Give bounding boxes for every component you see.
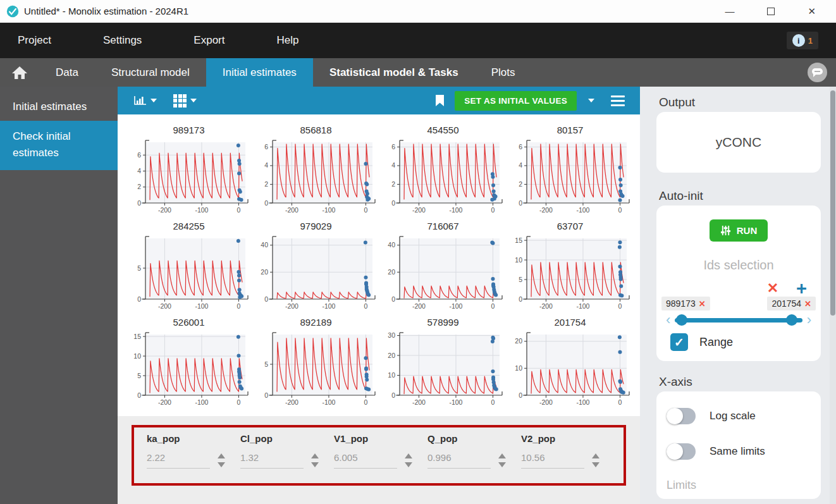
- svg-text:4: 4: [137, 167, 141, 175]
- notification-badge[interactable]: i 1: [787, 32, 818, 49]
- remove-id-icon[interactable]: ✕: [699, 299, 706, 309]
- subplot-id-label: 201754: [507, 316, 634, 331]
- param-ka_pop-increment-icon[interactable]: [218, 453, 225, 458]
- svg-text:0: 0: [618, 398, 622, 406]
- param-V1_pop-increment-icon[interactable]: [405, 453, 412, 458]
- subplot-989173[interactable]: 9891730246-200-1000: [125, 123, 252, 219]
- subplot-892189[interactable]: 89218905-200-1000: [252, 316, 379, 412]
- svg-text:0: 0: [237, 206, 241, 214]
- svg-text:0: 0: [519, 295, 522, 303]
- minimize-button[interactable]: —: [725, 6, 734, 16]
- maximize-button[interactable]: [767, 8, 775, 15]
- bar-chart-icon: [133, 95, 147, 106]
- home-tab[interactable]: [0, 58, 39, 87]
- param-V1_pop-input[interactable]: 6.005: [334, 452, 397, 469]
- menu-help[interactable]: Help: [277, 34, 299, 47]
- sidebar-item-initial-estimates[interactable]: Initial estimates: [0, 93, 118, 121]
- param-Cl_pop-decrement-icon[interactable]: [311, 462, 319, 467]
- slider-right-chevron[interactable]: ›: [805, 314, 813, 326]
- remove-id-icon[interactable]: ✕: [804, 299, 811, 309]
- subplot-716067[interactable]: 71606702040-200-1000: [379, 219, 507, 316]
- log-scale-toggle[interactable]: [667, 408, 696, 424]
- subplot-id-label: 63707: [507, 219, 634, 235]
- subplot-284255[interactable]: 28425505-200-1000: [125, 219, 252, 316]
- svg-text:-100: -100: [449, 398, 462, 406]
- svg-text:-200: -200: [158, 206, 171, 214]
- svg-text:-100: -100: [449, 302, 462, 310]
- svg-text:0: 0: [264, 391, 268, 399]
- same-limits-toggle[interactable]: [667, 443, 696, 460]
- svg-text:-200: -200: [412, 206, 426, 214]
- param-Q_pop-increment-icon[interactable]: [498, 453, 506, 458]
- param-Q_pop-decrement-icon[interactable]: [498, 462, 506, 467]
- param-name-label: ka_pop: [147, 433, 240, 444]
- menu-export[interactable]: Export: [194, 34, 224, 47]
- param-ka_pop-decrement-icon[interactable]: [218, 462, 225, 467]
- svg-text:0: 0: [237, 302, 241, 310]
- svg-text:0: 0: [364, 302, 368, 310]
- scrollbar-thumb[interactable]: [830, 90, 835, 316]
- svg-text:-200: -200: [158, 398, 171, 406]
- svg-text:0: 0: [491, 398, 495, 406]
- param-name-label: V2_pop: [521, 433, 615, 444]
- tab-structural-model[interactable]: Structural model: [95, 58, 206, 87]
- subplot-201754[interactable]: 20175401020-200-1000: [507, 316, 634, 412]
- subplot-526001[interactable]: 526001051015-200-1000: [125, 316, 252, 412]
- run-button[interactable]: RUN: [710, 219, 768, 242]
- grid-layout-dropdown[interactable]: [173, 94, 197, 108]
- feedback-chat-icon[interactable]: [808, 63, 827, 82]
- sidebar-item-check-initial-estimates[interactable]: Check initial estimates: [0, 121, 118, 170]
- param-V2_pop-increment-icon[interactable]: [592, 453, 599, 458]
- add-id-icon[interactable]: +: [796, 281, 807, 295]
- plot-canvas: 051015-200-1000: [507, 235, 633, 316]
- tab-statistical-model-tasks[interactable]: Statistical model & Tasks: [313, 58, 475, 87]
- menu-settings[interactable]: Settings: [103, 34, 142, 47]
- set-initial-dropdown-caret[interactable]: [588, 99, 594, 102]
- clear-ids-icon[interactable]: ✕: [767, 281, 778, 295]
- subplot-454550[interactable]: 4545500246-200-1000: [379, 123, 507, 219]
- tab-initial-estimates[interactable]: Initial estimates: [206, 58, 313, 87]
- plot-canvas: 01020-200-1000: [507, 331, 633, 412]
- output-value[interactable]: yCONC: [716, 135, 761, 150]
- subplot-979029[interactable]: 97902902040-200-1000: [252, 219, 379, 316]
- param-Cl_pop-increment-icon[interactable]: [311, 453, 319, 458]
- panel-scrollbar[interactable]: [830, 87, 836, 504]
- param-ka_pop-input[interactable]: 2.22: [147, 452, 210, 469]
- param-Cl_pop-input[interactable]: 1.32: [240, 452, 304, 469]
- subplot-856818[interactable]: 8568180246-200-1000: [252, 123, 379, 219]
- tab-data[interactable]: Data: [39, 58, 95, 87]
- subplot-id-label: 578999: [379, 316, 507, 331]
- param-V2_pop-decrement-icon[interactable]: [592, 462, 599, 467]
- slider-handle-right[interactable]: [786, 314, 797, 326]
- menu-icon[interactable]: [611, 93, 625, 109]
- slider-handle-left[interactable]: [676, 314, 687, 326]
- svg-text:-200: -200: [539, 206, 553, 214]
- subplot-80157[interactable]: 801570246-200-1000: [507, 123, 634, 219]
- close-button[interactable]: ✕: [808, 6, 816, 17]
- svg-text:6: 6: [391, 143, 395, 151]
- range-checkbox[interactable]: ✓: [670, 333, 688, 351]
- menu-project[interactable]: Project: [18, 34, 51, 47]
- svg-text:0: 0: [618, 206, 622, 214]
- subplot-id-label: 716067: [379, 219, 507, 235]
- chart-type-dropdown[interactable]: [133, 95, 157, 106]
- tab-bar: Data Structural model Initial estimates …: [0, 58, 836, 87]
- svg-text:6: 6: [519, 143, 522, 151]
- param-V2_pop-input[interactable]: 10.56: [521, 452, 584, 469]
- svg-text:5: 5: [137, 372, 141, 379]
- param-V1_pop-decrement-icon[interactable]: [405, 462, 412, 467]
- svg-text:-100: -100: [322, 206, 335, 214]
- slider-left-chevron[interactable]: ‹: [664, 314, 672, 326]
- slider-track[interactable]: [675, 318, 802, 323]
- svg-text:5: 5: [137, 264, 141, 272]
- tab-plots[interactable]: Plots: [475, 58, 532, 87]
- svg-text:-100: -100: [195, 302, 208, 310]
- bookmark-icon[interactable]: [435, 95, 445, 107]
- limits-label: Limits: [667, 479, 809, 492]
- subplot-578999[interactable]: 5789990102030-200-1000: [379, 316, 507, 412]
- param-Q_pop-input[interactable]: 0.996: [427, 452, 491, 469]
- subplot-63707[interactable]: 63707051015-200-1000: [507, 219, 634, 316]
- title-bar: Untitled* - Monolix estimation - 2024R1 …: [0, 0, 836, 23]
- set-as-initial-values-button[interactable]: SET AS INITIAL VALUES: [455, 91, 577, 111]
- settings-panel: Output yCONC Auto-init RUN I: [640, 87, 830, 504]
